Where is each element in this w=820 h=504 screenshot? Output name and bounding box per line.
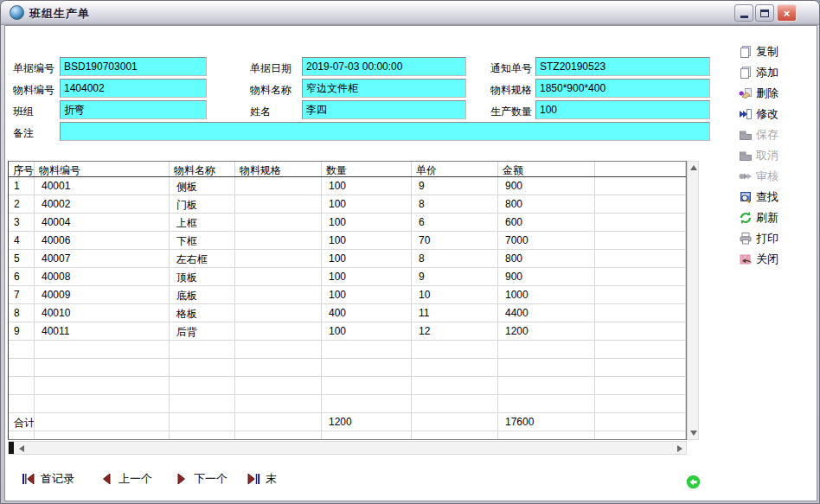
table-row[interactable]: 640008顶板1009900 (9, 268, 686, 286)
table-row[interactable]: 340004上框1006600 (9, 214, 686, 232)
scroll-up-icon[interactable] (690, 165, 697, 170)
refresh-button[interactable]: 刷新 (739, 208, 817, 226)
team-field[interactable] (60, 100, 207, 119)
grid-cell (595, 214, 686, 231)
grid-cell: 11 (412, 304, 498, 322)
doc-no-field[interactable] (60, 57, 207, 76)
material-no-label: 物料编号 (13, 83, 54, 98)
green-arrow-badge[interactable] (686, 475, 701, 489)
horizontal-scrollbar[interactable] (8, 441, 687, 455)
grid-cell (322, 377, 412, 394)
scroll-down-icon[interactable] (690, 431, 697, 436)
table-row[interactable]: 140001侧板1009900 (9, 177, 686, 195)
grid-cell: 1200 (322, 413, 412, 431)
print-button[interactable]: 打印 (739, 229, 817, 247)
grid-cell: 格板 (170, 304, 235, 322)
grid-cell (235, 322, 322, 340)
app-window: 班组生产单 × 单据编号 物料编号 班组 备注 单据日期 物料名称 姓名 通知单… (0, 0, 820, 504)
column-header[interactable]: 物料规格 (235, 162, 322, 176)
previous-record-button[interactable]: 上一个 (99, 470, 152, 488)
grid-cell: 1000 (498, 286, 595, 303)
first-record-icon (22, 472, 35, 486)
scroll-right-icon[interactable] (677, 445, 682, 452)
grid-cell: 3 (9, 214, 35, 231)
delete-button[interactable]: 删除 (739, 84, 817, 102)
find-button[interactable]: 查找 (739, 188, 817, 206)
person-name-field[interactable] (302, 100, 466, 119)
grid-cell: 8 (9, 304, 35, 322)
grid-cell: 2 (9, 195, 35, 213)
production-qty-field[interactable] (535, 100, 710, 119)
notice-no-field[interactable] (535, 57, 710, 76)
grid-cell: 8 (412, 195, 498, 213)
add-button[interactable]: 添加 (739, 63, 817, 81)
grid-cell (498, 341, 595, 358)
table-row[interactable]: 540007左右框1008800 (9, 250, 686, 268)
grid-cell (412, 431, 498, 439)
column-header[interactable]: 单价 (412, 162, 498, 176)
print-button-label: 打印 (756, 231, 778, 246)
grid-cell: 40002 (35, 195, 170, 213)
grid-cell (595, 359, 686, 376)
grid-cell: 800 (498, 250, 595, 267)
maximize-button[interactable] (755, 4, 774, 22)
last-record-button[interactable]: 末记录 (247, 470, 277, 488)
grid-cell: 9 (412, 177, 498, 195)
grid-cell (595, 413, 686, 431)
grid-cell (170, 395, 235, 412)
material-name-field[interactable] (302, 79, 466, 98)
copy-button[interactable]: 复制 (739, 42, 817, 61)
grid-cell (412, 413, 498, 431)
grid-cell: 门板 (170, 195, 235, 213)
grid-cell: 7000 (498, 232, 595, 249)
next-record-button[interactable]: 下一个 (175, 470, 227, 488)
grid-cell: 左右框 (170, 250, 235, 267)
empty-row (9, 359, 686, 377)
table-row[interactable]: 740009底板100101000 (9, 286, 686, 304)
column-header[interactable]: 数量 (322, 162, 412, 176)
grid-cell: 5 (9, 250, 35, 267)
scroll-left-icon[interactable] (19, 445, 24, 452)
person-name-label: 姓名 (250, 105, 271, 119)
grid-cell (322, 395, 412, 412)
table-row[interactable]: 940011后背100121200 (9, 322, 686, 341)
close-form-button[interactable]: 关闭 (739, 250, 817, 268)
column-header[interactable]: 物料名称 (170, 162, 235, 176)
grid-cell (498, 377, 595, 394)
grid-cell (170, 377, 235, 394)
table-row[interactable]: 240002门板1008800 (9, 195, 686, 214)
remark-field[interactable] (60, 122, 710, 141)
remark-label: 备注 (13, 126, 34, 141)
column-header[interactable]: 物料编号 (35, 162, 170, 176)
column-header[interactable] (595, 162, 686, 176)
horizontal-scroll-thumb[interactable] (9, 442, 14, 454)
material-spec-field[interactable] (535, 79, 710, 98)
column-header[interactable]: 序号 (9, 162, 35, 176)
minimize-icon (740, 16, 748, 18)
grid-cell: 4 (9, 232, 35, 249)
minimize-button[interactable] (734, 4, 753, 22)
grid-cell (170, 359, 235, 376)
grid-cell (35, 413, 170, 431)
material-no-field[interactable] (60, 79, 207, 98)
grid-cell (322, 359, 412, 376)
first-record-button[interactable]: 首记录 (22, 470, 74, 488)
grid-header[interactable]: 序号物料编号物料名称物料规格数量单价金额 (9, 162, 686, 177)
grid-cell: 后背 (170, 322, 235, 340)
close-window-button[interactable]: × (777, 4, 797, 22)
grid-cell (170, 341, 235, 358)
doc-date-field[interactable] (302, 57, 466, 76)
vertical-scrollbar[interactable] (687, 161, 699, 440)
audit-button-label: 审核 (756, 169, 778, 184)
table-row[interactable]: 440006下框100707000 (9, 232, 686, 250)
window-title: 班组生产单 (29, 6, 90, 22)
grid-cell: 底板 (170, 286, 235, 303)
column-header[interactable]: 金额 (498, 162, 595, 176)
copy-icon (739, 45, 753, 59)
grid-cell (322, 431, 412, 439)
edit-icon (739, 107, 753, 121)
table-row[interactable]: 840010格板400114400 (9, 304, 686, 322)
grid-cell (412, 359, 498, 376)
modify-button[interactable]: 修改 (739, 105, 817, 123)
grid-cell (9, 359, 35, 376)
